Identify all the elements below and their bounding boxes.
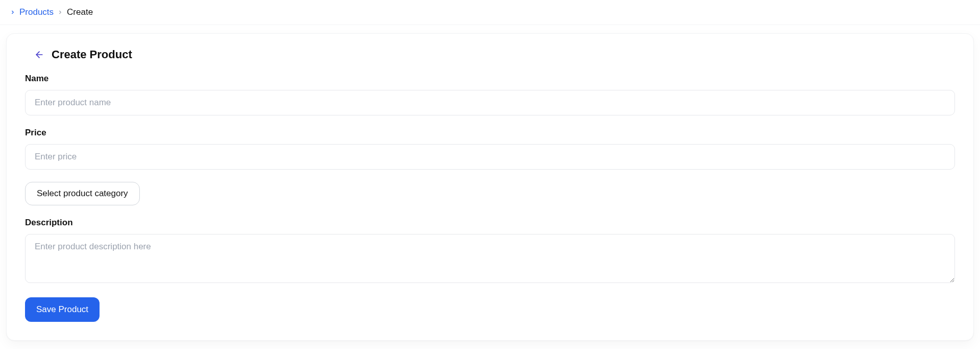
create-product-card: Create Product Name Price Select product… bbox=[6, 33, 974, 341]
save-product-button[interactable]: Save Product bbox=[25, 297, 100, 322]
form-group-name: Name bbox=[25, 74, 955, 115]
description-textarea[interactable] bbox=[25, 234, 955, 283]
form-group-description: Description bbox=[25, 218, 955, 285]
name-label: Name bbox=[25, 74, 955, 84]
form-group-category: Select product category bbox=[25, 182, 955, 205]
arrow-left-icon[interactable] bbox=[34, 50, 44, 60]
page-title: Create Product bbox=[52, 48, 132, 61]
form-group-price: Price bbox=[25, 128, 955, 170]
page-title-row: Create Product bbox=[25, 48, 955, 61]
description-label: Description bbox=[25, 218, 955, 228]
breadcrumb-link-products[interactable]: Products bbox=[19, 7, 54, 17]
chevron-right-icon bbox=[10, 8, 15, 16]
select-category-button[interactable]: Select product category bbox=[25, 182, 140, 205]
price-input[interactable] bbox=[25, 144, 955, 170]
breadcrumb-current: Create bbox=[67, 7, 93, 17]
breadcrumb: Products Create bbox=[0, 0, 980, 25]
name-input[interactable] bbox=[25, 90, 955, 115]
chevron-right-icon bbox=[58, 8, 63, 16]
price-label: Price bbox=[25, 128, 955, 138]
